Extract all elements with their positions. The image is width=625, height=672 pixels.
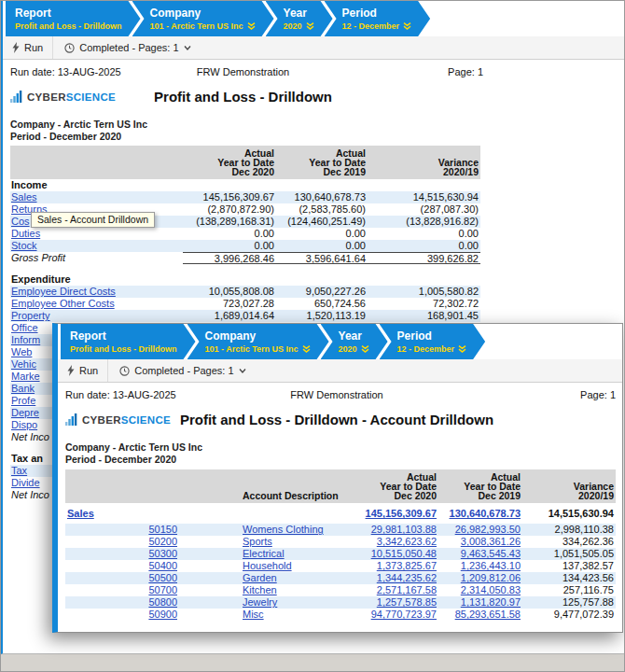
crumb-value: 2020 xyxy=(284,22,302,31)
period-line: Period - December 2020 xyxy=(65,454,622,466)
account-description-link[interactable]: Jewelry xyxy=(229,596,336,609)
value-ytd-2020: 145,156,309.67 xyxy=(183,191,276,203)
value-ytd-2019[interactable]: 1,131,820.97 xyxy=(438,596,522,609)
value-ytd-2020[interactable]: 94,770,723.97 xyxy=(336,609,438,621)
value-variance: 168,901.45 xyxy=(368,310,480,322)
crumb-value: Profit and Loss - Drilldown xyxy=(70,345,177,354)
account-number-link[interactable]: 50200 xyxy=(65,536,177,548)
value-ytd-2019[interactable]: 1,209,812.06 xyxy=(438,572,522,584)
account-row: 50200 Sports 3,342,623.62 3,008,361.26 3… xyxy=(65,536,616,548)
account-description-link[interactable]: Kitchen xyxy=(229,584,336,596)
period-line: Period - December 2020 xyxy=(10,131,625,143)
row-label[interactable]: Sales xyxy=(10,191,183,203)
value-ytd-2020: 0.00 xyxy=(183,240,276,252)
value-ytd-2020: 10,055,808.08 xyxy=(183,286,276,298)
value-variance: 2,998,110.38 xyxy=(522,524,616,536)
value-ytd-2019[interactable]: 26,982,993.50 xyxy=(438,524,522,536)
value-variance: 134,423.56 xyxy=(522,572,616,584)
value-ytd-2019: (2,583,785.60) xyxy=(276,203,368,216)
row-label[interactable]: Duties xyxy=(10,228,183,240)
status-dropdown[interactable]: Completed - Pages: 1 xyxy=(53,36,200,59)
nav-crumb[interactable]: Year 2020 xyxy=(266,1,333,36)
value-ytd-2019 xyxy=(276,179,368,191)
value-ytd-2019: 130,640,678.73 xyxy=(276,191,368,203)
table-row: Property 1,689,014.64 1,520,113.19 168,9… xyxy=(10,310,480,322)
value-variance xyxy=(368,179,480,191)
value-ytd-2020[interactable]: 1,373,825.67 xyxy=(336,560,438,572)
value-variance xyxy=(368,273,480,286)
col-header-variance: Variance 2020/19 xyxy=(368,148,480,177)
value-ytd-2019[interactable]: 85,293,651.58 xyxy=(438,609,522,621)
account-description-link[interactable]: Sports xyxy=(229,536,336,548)
account-drilldown-table: Account Description Actual Year to Date … xyxy=(65,469,616,621)
account-number-link[interactable]: 50150 xyxy=(65,524,177,536)
nav-crumb[interactable]: Year 2020 xyxy=(321,324,388,359)
double-chevron-down-icon xyxy=(302,345,311,353)
value-ytd-2020: 3,996,268.46 xyxy=(183,252,276,264)
row-label[interactable]: Employee Direct Costs xyxy=(10,286,183,298)
value-ytd-2020[interactable]: 10,515,050.48 xyxy=(336,548,438,560)
value-ytd-2020: 723,027.28 xyxy=(183,298,276,310)
value-ytd-2019[interactable]: 1,236,443.10 xyxy=(438,560,522,572)
row-label[interactable]: Property xyxy=(10,310,183,322)
value-ytd-2019: 9,050,227.26 xyxy=(276,286,368,298)
caret-down-icon xyxy=(239,369,246,373)
value-ytd-2019[interactable]: 9,463,545.43 xyxy=(438,548,522,560)
toolbar: Run Completed - Pages: 1 xyxy=(58,359,622,383)
run-button[interactable]: Run xyxy=(3,36,53,59)
value-variance: 257,116.75 xyxy=(522,584,616,596)
value-ytd-2020[interactable]: 1,257,578.85 xyxy=(336,596,438,609)
account-number-link[interactable]: 50700 xyxy=(65,584,177,596)
value-ytd-2020[interactable]: 2,571,167.58 xyxy=(336,584,438,596)
sales-total-ytd-2020[interactable]: 145,156,309.67 xyxy=(336,507,438,520)
value-ytd-2019[interactable]: 3,008,361.26 xyxy=(438,536,522,548)
nav-crumb[interactable]: Report Profit and Loss - Drilldown xyxy=(61,324,196,359)
sales-total-ytd-2019[interactable]: 130,640,678.73 xyxy=(438,507,522,520)
account-number-link[interactable]: 50800 xyxy=(65,596,177,609)
nav-crumb[interactable]: Period 12 - December xyxy=(325,1,431,36)
crumb-title: Period xyxy=(397,330,467,343)
account-description-link[interactable]: Household xyxy=(229,560,336,572)
account-description-link[interactable]: Electrical xyxy=(229,548,336,560)
value-variance: (13,828,916.82) xyxy=(368,216,480,228)
nav-crumb[interactable]: Report Profit and Loss - Drilldown xyxy=(6,1,141,36)
crumb-value: 12 - December xyxy=(342,22,400,31)
account-description-link[interactable]: Womens Clothing xyxy=(229,524,336,536)
value-variance: 1,005,580.82 xyxy=(368,286,480,298)
run-label: Run xyxy=(24,42,43,53)
row-label[interactable]: Stock xyxy=(10,240,183,252)
double-chevron-down-icon xyxy=(361,345,369,353)
pl-table-header: Actual Year to Date Dec 2020 Actual Year… xyxy=(10,146,480,179)
nav-crumb[interactable]: Period 12 - December xyxy=(380,324,486,359)
account-number-link[interactable]: 50500 xyxy=(65,572,177,584)
account-description-link[interactable]: Garden xyxy=(229,572,336,584)
row-label[interactable]: Employee Other Costs xyxy=(10,298,183,310)
value-variance: 14,515,630.94 xyxy=(368,191,480,203)
run-button[interactable]: Run xyxy=(58,359,108,382)
nav-crumb[interactable]: Company 101 - Arctic Tern US Inc xyxy=(132,1,274,36)
crumb-title: Report xyxy=(15,7,122,20)
account-row: 50300 Electrical 10,515,050.48 9,463,545… xyxy=(65,548,616,560)
status-dropdown[interactable]: Completed - Pages: 1 xyxy=(108,359,255,382)
account-row: 50500 Garden 1,344,235.62 1,209,812.06 1… xyxy=(65,572,616,584)
nav-crumb[interactable]: Company 101 - Arctic Tern US Inc xyxy=(188,324,329,359)
account-number-link[interactable]: 50900 xyxy=(65,609,177,621)
value-ytd-2020[interactable]: 3,342,623.62 xyxy=(336,536,438,548)
sales-total-link[interactable]: Sales xyxy=(65,507,336,520)
report-title: Profit and Loss - Drilldown xyxy=(3,89,483,105)
crumb-value: 101 - Arctic Tern US Inc xyxy=(205,345,299,354)
value-ytd-2020 xyxy=(183,179,276,191)
account-description-link[interactable]: Misc xyxy=(229,609,336,621)
value-ytd-2020[interactable]: 29,981,103.88 xyxy=(336,524,438,536)
col-header-variance: Variance 2020/19 xyxy=(522,472,616,501)
value-ytd-2019[interactable]: 2,314,050.83 xyxy=(438,584,522,596)
account-number-link[interactable]: 50400 xyxy=(65,560,177,572)
value-variance: 0.00 xyxy=(368,240,480,252)
double-chevron-down-icon xyxy=(458,345,466,353)
report-meta: Run date: 13-AUG-2025 FRW Demonstration … xyxy=(3,66,483,79)
toolbar: Run Completed - Pages: 1 xyxy=(3,36,625,60)
account-number-link[interactable]: 50300 xyxy=(65,548,177,560)
value-ytd-2020[interactable]: 1,344,235.62 xyxy=(336,572,438,584)
report-breadcrumb: Report Profit and Loss - Drilldown Compa… xyxy=(3,1,625,36)
run-icon xyxy=(12,42,20,53)
